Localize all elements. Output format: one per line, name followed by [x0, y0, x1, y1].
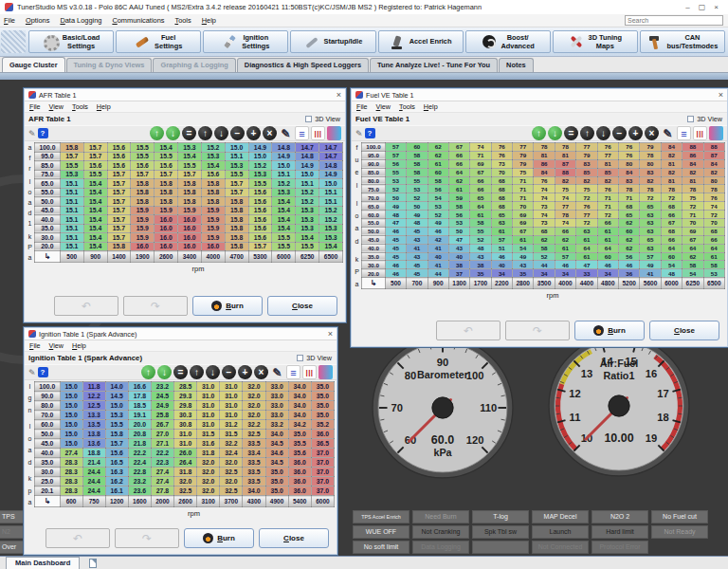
table-cell[interactable]: 15.5 [155, 152, 178, 161]
table-cell[interactable]: 32.5 [243, 430, 265, 439]
table-cell[interactable]: 82 [682, 168, 703, 176]
table-cell[interactable]: 15.8 [131, 179, 155, 189]
table-cell[interactable]: 57 [640, 252, 661, 261]
burn-button[interactable]: Burn [574, 321, 645, 340]
tuning-maps-button[interactable]: 3D TuningMaps [553, 30, 638, 53]
table-cell[interactable]: 15.8 [225, 215, 248, 225]
table-cell[interactable]: 67 [470, 168, 491, 176]
table-cell[interactable]: 33.5 [243, 477, 265, 486]
table-cell[interactable]: 32.0 [174, 477, 197, 486]
table-cell[interactable]: 88 [682, 143, 703, 152]
table-cell[interactable]: 62 [534, 235, 555, 244]
table-cell[interactable]: 15.1 [60, 179, 83, 189]
row-header[interactable]: 85.0 [35, 161, 61, 171]
table-cell[interactable]: 24.9 [151, 401, 173, 411]
interpolate-columns-icon[interactable]: ||| [311, 126, 325, 140]
table-cell[interactable]: 15.3 [201, 152, 225, 161]
table-cell[interactable]: 32.0 [197, 477, 220, 486]
table-cell[interactable]: 34.0 [243, 486, 265, 496]
table-cell[interactable]: 37 [448, 269, 469, 278]
table-cell[interactable]: 15.3 [105, 411, 128, 420]
table-cell[interactable]: 28.3 [60, 486, 82, 496]
tab-diagnostics-high-speed-loggers[interactable]: Diagnostics & High Speed Loggers [237, 58, 369, 72]
table-cell[interactable]: 61 [703, 252, 724, 261]
table-cell[interactable]: 35.0 [311, 411, 334, 420]
row-header[interactable]: 70.0 [362, 193, 386, 202]
col-header[interactable]: 5200 [618, 278, 639, 289]
table-cell[interactable]: 16.0 [178, 242, 202, 251]
table-cell[interactable]: 15.2 [319, 206, 343, 215]
table-cell[interactable]: 15.0 [272, 161, 296, 171]
table-cell[interactable]: 66 [470, 176, 491, 185]
row-header[interactable]: 30.0 [35, 468, 61, 477]
table-cell[interactable]: 70 [703, 219, 724, 228]
table-cell[interactable]: 58 [407, 159, 428, 168]
table-cell[interactable]: 35 [470, 269, 491, 278]
table-cell[interactable]: 62 [555, 235, 575, 244]
table-cell[interactable]: 15.7 [83, 143, 107, 153]
table-cell[interactable]: 15.3 [60, 170, 83, 179]
table-cell[interactable]: 32.5 [174, 486, 197, 496]
table-cell[interactable]: 79 [640, 143, 661, 152]
table-cell[interactable]: 40 [448, 252, 469, 261]
row-header[interactable]: 25.0 [35, 477, 61, 486]
table-cell[interactable]: 54 [661, 261, 682, 269]
add-icon[interactable]: + [628, 126, 643, 140]
table-cell[interactable]: 64 [448, 168, 469, 176]
table-cell[interactable]: 15.1 [60, 188, 83, 197]
table-cell[interactable]: 46 [597, 261, 618, 269]
table-cell[interactable]: 71 [513, 176, 534, 185]
table-cell[interactable]: 32.0 [220, 458, 243, 468]
col-header[interactable]: 6000 [661, 278, 682, 289]
table-cell[interactable]: 71 [513, 193, 534, 202]
decrement-icon[interactable]: ↓ [214, 126, 228, 140]
table-cell[interactable]: 64 [470, 202, 491, 211]
table-cell[interactable]: 18.5 [128, 401, 151, 411]
table-cell[interactable]: 15.6 [201, 170, 225, 179]
col-header[interactable]: 5600 [640, 278, 661, 289]
increment-icon[interactable]: ↑ [190, 365, 204, 379]
table-cell[interactable]: 15.7 [83, 152, 107, 161]
table-cell[interactable]: 61 [491, 227, 512, 235]
interpolate-columns-icon[interactable]: ||| [693, 126, 707, 140]
table-cell[interactable]: 15.0 [296, 170, 319, 179]
table-cell[interactable]: 15.8 [225, 197, 248, 207]
table-cell[interactable]: 78 [618, 185, 639, 193]
table-cell[interactable]: 84 [703, 159, 724, 168]
table-cell[interactable]: 34.0 [288, 401, 311, 411]
table-cell[interactable]: 15.0 [105, 401, 128, 411]
table-cell[interactable]: 16.5 [105, 458, 128, 468]
view-3d-checkbox[interactable]: 3D View [305, 115, 340, 123]
table-cell[interactable]: 15.6 [105, 449, 128, 458]
table-cell[interactable]: 34.2 [288, 420, 311, 430]
table-cell[interactable]: 31.8 [197, 449, 220, 458]
table-cell[interactable]: 45 [385, 244, 406, 252]
table-cell[interactable]: 76 [534, 176, 555, 185]
table-cell[interactable]: 75 [682, 193, 703, 202]
col-header[interactable]: 500 [385, 278, 406, 289]
table-cell[interactable]: 36.0 [311, 430, 334, 439]
table-cell[interactable]: 15.5 [131, 152, 155, 161]
undo-button[interactable]: ↶ [436, 321, 500, 340]
table-cell[interactable]: 85 [597, 168, 618, 176]
menu-item-view[interactable]: View [49, 341, 64, 350]
undo-button[interactable]: ↶ [54, 296, 118, 316]
table-cell[interactable]: 31.0 [220, 411, 243, 420]
add-icon[interactable]: + [246, 126, 261, 140]
table-cell[interactable]: 48 [407, 219, 428, 228]
table-cell[interactable]: 52 [385, 185, 406, 193]
table-cell[interactable]: 15.7 [107, 233, 131, 243]
table-cell[interactable]: 53 [703, 269, 724, 278]
table-cell[interactable]: 72 [661, 193, 682, 202]
table-cell[interactable]: 69 [682, 227, 703, 235]
col-header[interactable]: 1400 [107, 251, 131, 263]
table-cell[interactable]: 78 [555, 211, 575, 219]
table-cell[interactable]: 69 [470, 159, 491, 168]
table-cell[interactable]: 71 [682, 211, 703, 219]
table-cell[interactable]: 61 [470, 211, 491, 219]
help-icon[interactable]: ? [38, 128, 48, 138]
table-cell[interactable]: 15.5 [296, 242, 319, 251]
table-cell[interactable]: 50 [407, 202, 428, 211]
col-header[interactable]: 500 [60, 251, 83, 263]
table-cell[interactable]: 61 [576, 252, 597, 261]
